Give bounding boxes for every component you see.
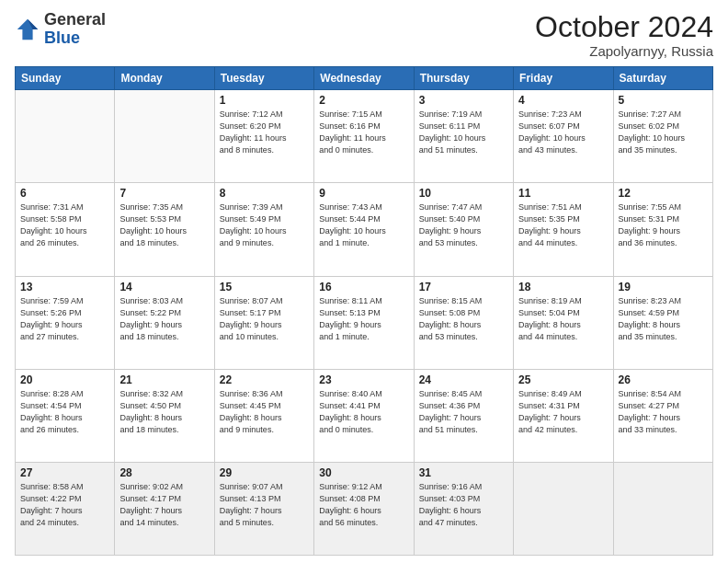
calendar-week-3: 13Sunrise: 7:59 AM Sunset: 5:26 PM Dayli…	[16, 276, 713, 369]
day-number: 9	[319, 187, 408, 200]
day-number: 25	[518, 373, 608, 386]
weekday-header-row: Sunday Monday Tuesday Wednesday Thursday…	[16, 67, 713, 90]
day-number: 19	[619, 281, 708, 293]
day-number: 14	[119, 281, 209, 293]
calendar-cell	[514, 462, 613, 555]
header-monday: Monday	[115, 67, 214, 90]
calendar-cell: 18Sunrise: 8:19 AM Sunset: 5:04 PM Dayli…	[514, 276, 613, 369]
day-number: 20	[20, 373, 109, 386]
calendar-cell: 1Sunrise: 7:12 AM Sunset: 6:20 PM Daylig…	[214, 90, 313, 183]
day-info: Sunrise: 8:58 AM Sunset: 4:22 PM Dayligh…	[20, 481, 109, 529]
calendar-cell	[16, 90, 115, 183]
day-number: 16	[319, 281, 408, 293]
day-info: Sunrise: 7:31 AM Sunset: 5:58 PM Dayligh…	[20, 201, 109, 249]
calendar-cell: 31Sunrise: 9:16 AM Sunset: 4:03 PM Dayli…	[414, 462, 513, 555]
day-info: Sunrise: 8:15 AM Sunset: 5:08 PM Dayligh…	[419, 295, 508, 343]
day-info: Sunrise: 8:40 AM Sunset: 4:41 PM Dayligh…	[319, 388, 408, 436]
calendar-cell: 23Sunrise: 8:40 AM Sunset: 4:41 PM Dayli…	[314, 369, 414, 462]
day-number: 10	[419, 187, 508, 200]
calendar-cell: 14Sunrise: 8:03 AM Sunset: 5:22 PM Dayli…	[115, 276, 214, 369]
day-info: Sunrise: 7:19 AM Sunset: 6:11 PM Dayligh…	[419, 109, 508, 156]
day-number: 26	[619, 373, 708, 386]
calendar-cell: 26Sunrise: 8:54 AM Sunset: 4:27 PM Dayli…	[613, 369, 712, 462]
day-info: Sunrise: 8:32 AM Sunset: 4:50 PM Dayligh…	[119, 388, 209, 436]
header-wednesday: Wednesday	[314, 67, 414, 90]
day-number: 21	[119, 373, 209, 386]
day-info: Sunrise: 8:54 AM Sunset: 4:27 PM Dayligh…	[619, 388, 708, 436]
day-info: Sunrise: 7:15 AM Sunset: 6:16 PM Dayligh…	[319, 109, 408, 156]
calendar-cell: 3Sunrise: 7:19 AM Sunset: 6:11 PM Daylig…	[414, 90, 513, 183]
day-info: Sunrise: 8:03 AM Sunset: 5:22 PM Dayligh…	[119, 295, 209, 343]
calendar-cell: 29Sunrise: 9:07 AM Sunset: 4:13 PM Dayli…	[214, 462, 313, 555]
day-number: 17	[419, 281, 508, 293]
day-number: 31	[419, 466, 508, 479]
calendar-cell: 30Sunrise: 9:12 AM Sunset: 4:08 PM Dayli…	[314, 462, 414, 555]
calendar-week-5: 27Sunrise: 8:58 AM Sunset: 4:22 PM Dayli…	[16, 462, 713, 555]
calendar-cell: 15Sunrise: 8:07 AM Sunset: 5:17 PM Dayli…	[214, 276, 313, 369]
day-info: Sunrise: 8:19 AM Sunset: 5:04 PM Dayligh…	[518, 295, 608, 343]
month-year: October 2024	[535, 11, 713, 43]
day-number: 6	[20, 187, 109, 200]
calendar-cell: 24Sunrise: 8:45 AM Sunset: 4:36 PM Dayli…	[414, 369, 513, 462]
calendar-week-1: 1Sunrise: 7:12 AM Sunset: 6:20 PM Daylig…	[16, 90, 713, 183]
day-info: Sunrise: 8:45 AM Sunset: 4:36 PM Dayligh…	[419, 388, 508, 436]
day-number: 28	[119, 466, 209, 479]
calendar-cell	[115, 90, 214, 183]
day-number: 30	[319, 466, 408, 479]
day-info: Sunrise: 8:11 AM Sunset: 5:13 PM Dayligh…	[319, 295, 408, 343]
logo: General Blue	[15, 11, 106, 48]
day-number: 11	[518, 187, 608, 200]
day-number: 12	[619, 187, 708, 200]
day-number: 18	[518, 281, 608, 293]
calendar-cell: 5Sunrise: 7:27 AM Sunset: 6:02 PM Daylig…	[613, 90, 712, 183]
calendar-week-4: 20Sunrise: 8:28 AM Sunset: 4:54 PM Dayli…	[16, 369, 713, 462]
calendar-cell: 22Sunrise: 8:36 AM Sunset: 4:45 PM Dayli…	[214, 369, 313, 462]
day-info: Sunrise: 9:16 AM Sunset: 4:03 PM Dayligh…	[419, 481, 508, 529]
calendar-table: Sunday Monday Tuesday Wednesday Thursday…	[15, 66, 713, 556]
location: Zapolyarnyy, Russia	[535, 43, 713, 59]
calendar-cell	[613, 462, 712, 555]
day-info: Sunrise: 7:51 AM Sunset: 5:35 PM Dayligh…	[518, 201, 608, 249]
day-info: Sunrise: 8:07 AM Sunset: 5:17 PM Dayligh…	[220, 295, 309, 343]
header-tuesday: Tuesday	[214, 67, 313, 90]
calendar-cell: 17Sunrise: 8:15 AM Sunset: 5:08 PM Dayli…	[414, 276, 513, 369]
day-number: 23	[319, 373, 408, 386]
day-number: 8	[220, 187, 309, 200]
day-info: Sunrise: 7:39 AM Sunset: 5:49 PM Dayligh…	[220, 201, 309, 249]
day-info: Sunrise: 8:23 AM Sunset: 4:59 PM Dayligh…	[619, 295, 708, 343]
calendar-cell: 12Sunrise: 7:55 AM Sunset: 5:31 PM Dayli…	[613, 183, 712, 276]
day-number: 2	[319, 94, 408, 107]
day-info: Sunrise: 9:12 AM Sunset: 4:08 PM Dayligh…	[319, 481, 408, 529]
calendar-cell: 21Sunrise: 8:32 AM Sunset: 4:50 PM Dayli…	[115, 369, 214, 462]
day-info: Sunrise: 7:12 AM Sunset: 6:20 PM Dayligh…	[220, 109, 309, 156]
calendar-cell: 4Sunrise: 7:23 AM Sunset: 6:07 PM Daylig…	[514, 90, 613, 183]
day-info: Sunrise: 7:43 AM Sunset: 5:44 PM Dayligh…	[319, 201, 408, 249]
header-thursday: Thursday	[414, 67, 513, 90]
day-info: Sunrise: 7:47 AM Sunset: 5:40 PM Dayligh…	[419, 201, 508, 249]
day-number: 15	[220, 281, 309, 293]
day-info: Sunrise: 9:07 AM Sunset: 4:13 PM Dayligh…	[220, 481, 309, 529]
calendar-cell: 16Sunrise: 8:11 AM Sunset: 5:13 PM Dayli…	[314, 276, 414, 369]
day-number: 7	[119, 187, 209, 200]
logo-icon	[15, 17, 40, 42]
calendar-cell: 25Sunrise: 8:49 AM Sunset: 4:31 PM Dayli…	[514, 369, 613, 462]
calendar-page: General Blue October 2024 Zapolyarnyy, R…	[0, 0, 728, 563]
day-number: 24	[419, 373, 508, 386]
calendar-week-2: 6Sunrise: 7:31 AM Sunset: 5:58 PM Daylig…	[16, 183, 713, 276]
calendar-cell: 8Sunrise: 7:39 AM Sunset: 5:49 PM Daylig…	[214, 183, 313, 276]
day-number: 22	[220, 373, 309, 386]
day-number: 3	[419, 94, 508, 107]
calendar-cell: 2Sunrise: 7:15 AM Sunset: 6:16 PM Daylig…	[314, 90, 414, 183]
day-number: 27	[20, 466, 109, 479]
logo-text: General Blue	[44, 11, 106, 48]
day-number: 13	[20, 281, 109, 293]
title-block: October 2024 Zapolyarnyy, Russia	[535, 11, 713, 59]
day-info: Sunrise: 7:59 AM Sunset: 5:26 PM Dayligh…	[20, 295, 109, 343]
calendar-cell: 27Sunrise: 8:58 AM Sunset: 4:22 PM Dayli…	[16, 462, 115, 555]
calendar-cell: 6Sunrise: 7:31 AM Sunset: 5:58 PM Daylig…	[16, 183, 115, 276]
day-number: 5	[619, 94, 708, 107]
calendar-cell: 10Sunrise: 7:47 AM Sunset: 5:40 PM Dayli…	[414, 183, 513, 276]
day-info: Sunrise: 8:36 AM Sunset: 4:45 PM Dayligh…	[220, 388, 309, 436]
header-sunday: Sunday	[16, 67, 115, 90]
calendar-cell: 9Sunrise: 7:43 AM Sunset: 5:44 PM Daylig…	[314, 183, 414, 276]
